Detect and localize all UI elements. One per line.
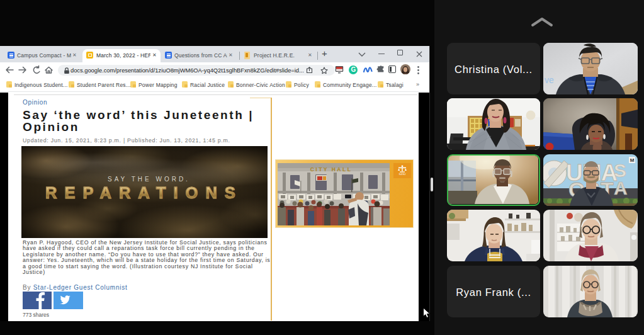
svg-text:A: A	[614, 178, 628, 198]
svg-text:M: M	[630, 157, 635, 163]
svg-text:ve: ve	[545, 75, 554, 85]
svg-text:NJISJ: NJISJ	[399, 173, 406, 176]
svg-text:CITY HALL: CITY HALL	[310, 166, 353, 173]
